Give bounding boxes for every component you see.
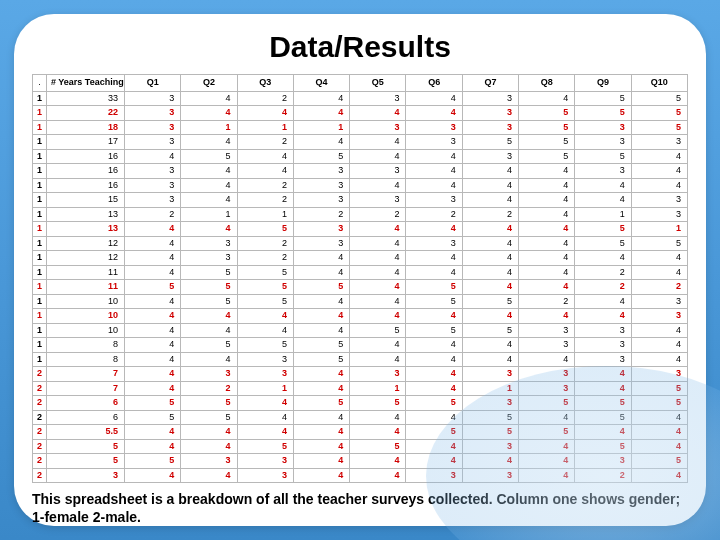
cell-q4: 2 xyxy=(293,207,349,222)
cell-q1: 3 xyxy=(125,91,181,106)
cell-q3: 5 xyxy=(237,439,293,454)
cell-q7: 5 xyxy=(462,410,518,425)
cell-q4: 4 xyxy=(293,135,349,150)
cell-q7: 4 xyxy=(462,164,518,179)
cell-q9: 4 xyxy=(575,367,631,382)
table-row: 1124324444444 xyxy=(33,251,688,266)
cell-q7: 3 xyxy=(462,106,518,121)
cell-q2: 4 xyxy=(181,164,237,179)
table-row: 274334343343 xyxy=(33,367,688,382)
cell-q4: 4 xyxy=(293,106,349,121)
cell-q8: 4 xyxy=(519,91,575,106)
cell-q4: 3 xyxy=(293,164,349,179)
cell-q4: 4 xyxy=(293,265,349,280)
cell-q3: 2 xyxy=(237,236,293,251)
cell-years: 7 xyxy=(47,381,125,396)
cell-q1: 3 xyxy=(125,106,181,121)
cell-q1: 4 xyxy=(125,352,181,367)
cell-q1: 3 xyxy=(125,193,181,208)
slide-caption: This spreadsheet is a breakdown of all t… xyxy=(32,491,688,526)
cell-q9: 4 xyxy=(575,425,631,440)
table-row: 1115555454422 xyxy=(33,280,688,295)
table-row: 265545553555 xyxy=(33,396,688,411)
cell-q7: 4 xyxy=(462,454,518,469)
cell-q4: 4 xyxy=(293,454,349,469)
cell-years: 10 xyxy=(47,309,125,324)
col-header: Q4 xyxy=(293,75,349,92)
cell-q9: 3 xyxy=(575,135,631,150)
slide-card: Data/Results .# Years TeachingQ1Q2Q3Q4Q5… xyxy=(14,14,706,526)
cell-q2: 4 xyxy=(181,425,237,440)
cell-q9: 5 xyxy=(575,396,631,411)
cell-q6: 4 xyxy=(406,222,462,237)
col-header: # Years Teaching xyxy=(47,75,125,92)
cell-years: 12 xyxy=(47,251,125,266)
cell-q6: 5 xyxy=(406,280,462,295)
cell-q5: 5 xyxy=(350,323,406,338)
cell-q4: 3 xyxy=(293,236,349,251)
cell-gender: 1 xyxy=(33,149,47,164)
cell-q3: 5 xyxy=(237,294,293,309)
cell-gender: 2 xyxy=(33,367,47,382)
cell-q6: 5 xyxy=(406,425,462,440)
cell-q2: 3 xyxy=(181,367,237,382)
cell-q10: 4 xyxy=(631,468,687,483)
cell-q5: 4 xyxy=(350,149,406,164)
cell-q6: 4 xyxy=(406,178,462,193)
cell-gender: 1 xyxy=(33,251,47,266)
cell-q6: 4 xyxy=(406,251,462,266)
cell-gender: 2 xyxy=(33,439,47,454)
cell-q9: 4 xyxy=(575,178,631,193)
cell-q10: 4 xyxy=(631,352,687,367)
cell-gender: 2 xyxy=(33,410,47,425)
cell-q8: 4 xyxy=(519,251,575,266)
cell-q2: 4 xyxy=(181,309,237,324)
cell-q3: 4 xyxy=(237,164,293,179)
cell-q2: 4 xyxy=(181,222,237,237)
cell-q4: 5 xyxy=(293,149,349,164)
cell-years: 5.5 xyxy=(47,425,125,440)
cell-q7: 3 xyxy=(462,120,518,135)
cell-q4: 4 xyxy=(293,468,349,483)
table-row: 1104444555334 xyxy=(33,323,688,338)
cell-gender: 2 xyxy=(33,468,47,483)
table-row: 184435444434 xyxy=(33,352,688,367)
cell-q2: 3 xyxy=(181,236,237,251)
cell-q3: 2 xyxy=(237,135,293,150)
cell-q7: 5 xyxy=(462,135,518,150)
cell-q7: 4 xyxy=(462,178,518,193)
cell-q4: 4 xyxy=(293,309,349,324)
cell-q10: 5 xyxy=(631,396,687,411)
cell-years: 16 xyxy=(47,164,125,179)
cell-years: 16 xyxy=(47,149,125,164)
cell-q6: 3 xyxy=(406,120,462,135)
cell-q1: 3 xyxy=(125,178,181,193)
cell-q9: 5 xyxy=(575,106,631,121)
cell-q6: 4 xyxy=(406,106,462,121)
cell-q6: 4 xyxy=(406,91,462,106)
cell-q2: 4 xyxy=(181,135,237,150)
cell-q8: 4 xyxy=(519,468,575,483)
col-header: Q1 xyxy=(125,75,181,92)
cell-q5: 3 xyxy=(350,164,406,179)
cell-q3: 5 xyxy=(237,222,293,237)
cell-q10: 4 xyxy=(631,251,687,266)
cell-q9: 5 xyxy=(575,236,631,251)
cell-q9: 5 xyxy=(575,410,631,425)
col-header: Q10 xyxy=(631,75,687,92)
cell-q2: 4 xyxy=(181,91,237,106)
cell-q4: 5 xyxy=(293,396,349,411)
cell-q5: 5 xyxy=(350,396,406,411)
cell-q1: 4 xyxy=(125,265,181,280)
table-row: 1104444444443 xyxy=(33,309,688,324)
cell-q7: 4 xyxy=(462,222,518,237)
cell-q7: 3 xyxy=(462,91,518,106)
cell-q9: 3 xyxy=(575,454,631,469)
table-row: 1134453444451 xyxy=(33,222,688,237)
cell-q2: 3 xyxy=(181,454,237,469)
cell-q8: 5 xyxy=(519,396,575,411)
table-row: 25.54444455544 xyxy=(33,425,688,440)
cell-q1: 4 xyxy=(125,323,181,338)
cell-q6: 3 xyxy=(406,135,462,150)
cell-q5: 1 xyxy=(350,381,406,396)
